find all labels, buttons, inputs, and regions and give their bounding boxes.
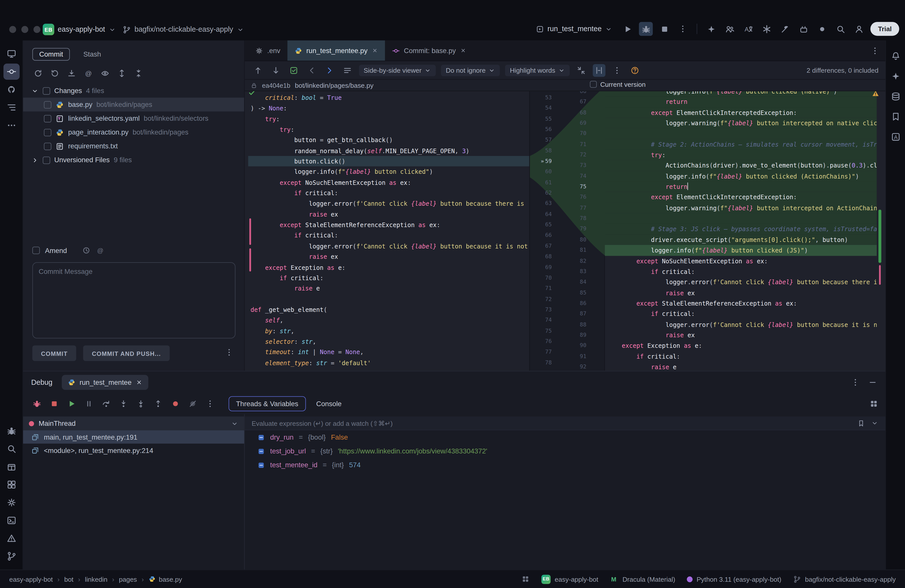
thread-selector[interactable]: MainThread [23,416,244,430]
commit-options-button[interactable] [224,348,234,357]
layout-settings-button[interactable] [869,399,879,408]
tab-options-button[interactable] [870,46,880,56]
account-icon[interactable] [852,22,866,36]
changes-group-row[interactable]: Changes4 files [23,84,244,98]
more-vert-icon[interactable] [203,397,217,411]
commit-and-push-button[interactable]: COMMIT AND PUSH... [83,345,170,361]
tab-stash[interactable]: Stash [77,49,107,60]
amend-checkbox[interactable] [32,247,40,254]
debug-button[interactable] [639,22,653,36]
search-icon[interactable] [3,441,20,457]
inspection-warning-icon[interactable] [872,91,880,98]
close-icon[interactable] [135,379,143,386]
help-button[interactable] [629,64,641,77]
chevron-down-icon[interactable] [871,419,879,427]
more-actions-button[interactable] [676,22,690,36]
collapse-all-icon[interactable] [134,69,143,78]
breadcrumb-item[interactable]: linkedin [85,576,108,583]
chevron-down-icon[interactable] [31,87,39,95]
terminal-icon[interactable] [3,512,20,528]
change-list-button[interactable] [341,64,354,77]
pause-icon[interactable] [82,397,96,411]
file-checkbox[interactable] [44,101,51,108]
project-icon[interactable] [3,46,20,62]
commit-hash[interactable]: ea404e1b [262,82,290,89]
ai-assistant-icon[interactable] [888,68,904,84]
stop-button[interactable] [657,22,672,36]
ai-assistant-icon[interactable] [704,22,718,36]
commit-history-icon[interactable] [82,246,90,254]
diff-settings-button[interactable] [611,64,624,77]
previous-change-button[interactable] [252,64,264,77]
search-icon[interactable] [834,22,848,36]
force-step-into-icon[interactable] [134,397,148,411]
minimize-button[interactable] [21,26,29,33]
resume-icon[interactable] [65,397,78,411]
scrollbar-change-marker[interactable] [878,210,881,263]
changed-file-row[interactable]: linkedin_selectors.yamlbot/linkedin/sele… [23,111,244,125]
chevron-right-icon[interactable] [31,156,39,164]
project-widget[interactable]: EB easy-apply-bot [39,23,119,37]
translate-icon[interactable]: A [741,22,755,36]
debug-icon[interactable] [3,423,20,439]
changed-file-row[interactable]: page_interaction.pybot/linkedin/pages [23,125,244,139]
file-checkbox[interactable] [44,129,51,136]
rollback-icon[interactable] [50,69,60,78]
file-checkbox[interactable] [44,115,51,122]
plugin-icon[interactable] [797,22,810,36]
breadcrumb-item[interactable]: bot [64,576,73,583]
refresh-icon[interactable] [33,69,43,78]
database-icon[interactable] [888,88,904,104]
git-icon[interactable] [3,548,20,564]
diff-right-editor[interactable]: logger.info(f"{label} button clicked (na… [605,91,876,371]
whitespace-dropdown[interactable]: Do not ignore [441,64,500,76]
github-icon[interactable] [3,81,20,98]
tab-console[interactable]: Console [309,396,348,412]
editor-tab[interactable]: .env [248,40,287,60]
chevron-down-icon[interactable] [231,420,238,427]
breadcrumb-item[interactable]: base.py [148,575,182,583]
preview-icon[interactable] [100,69,110,78]
diff-file-path[interactable]: bot/linkedin/pages/base.py [295,82,373,89]
debug-session-tab[interactable]: run_test_mentee [62,375,148,390]
breakpoints-icon[interactable] [168,397,182,411]
changelist-icon[interactable]: @ [84,69,93,78]
scrollbar-change-marker[interactable] [879,265,881,285]
breadcrumb-item[interactable]: pages [119,576,137,583]
forward-button[interactable] [323,64,336,77]
back-button[interactable] [305,64,318,77]
close-icon[interactable] [460,47,466,54]
included-check-icon[interactable] [248,91,256,97]
current-version-toggle[interactable]: Current version [590,81,646,88]
stack-frame-row[interactable]: main, run_test_mentee.py:191 [23,430,244,443]
branch-widget[interactable]: bagfix/not-clickable-easy-apply [119,23,248,37]
tab-commit[interactable]: Commit [32,48,70,61]
mute-breakpoints-icon[interactable] [186,397,200,411]
watch-row[interactable]: dry_run={bool}False [245,430,885,444]
stack-frame-row[interactable]: <module>, run_test_mentee.py:214 [23,443,244,457]
collapse-unchanged-button[interactable] [575,64,588,77]
tab-threads-variables[interactable]: Threads & Variables [229,396,306,412]
watch-row[interactable]: test_mentee_id={int}574 [245,458,885,472]
run-config-widget[interactable]: run_test_mentee [532,22,616,36]
file-checkbox[interactable] [44,142,51,150]
services-icon[interactable] [3,477,20,493]
run-button[interactable] [621,22,635,36]
breadcrumb-item[interactable]: easy-apply-bot [9,576,53,583]
python-packages-icon[interactable] [3,459,20,475]
statusbar-theme[interactable]: M Dracula (Material) [610,575,675,583]
trial-button[interactable]: Trial [870,22,899,36]
editor-tab[interactable]: Commit: base.py [385,40,473,60]
include-change-button[interactable] [287,64,300,77]
rerun-icon[interactable] [30,397,44,411]
statusbar-project[interactable]: EB easy-apply-bot [541,574,598,584]
layout-icon[interactable] [521,575,530,583]
changed-file-row[interactable]: base.pybot/linkedin/pages [23,98,244,111]
statusbar-branch[interactable]: bagfix/not-clickable-easy-apply [793,575,896,583]
status-dot-icon[interactable] [815,22,829,36]
highlight-dropdown[interactable]: Highlight words [505,64,570,76]
diff-left-editor[interactable]: critical: bool = True) -> None: try: try… [248,92,529,368]
shelve-icon[interactable] [67,69,76,78]
unversioned-group-row[interactable]: Unversioned Files9 files [23,153,244,167]
step-over-icon[interactable] [99,397,113,411]
